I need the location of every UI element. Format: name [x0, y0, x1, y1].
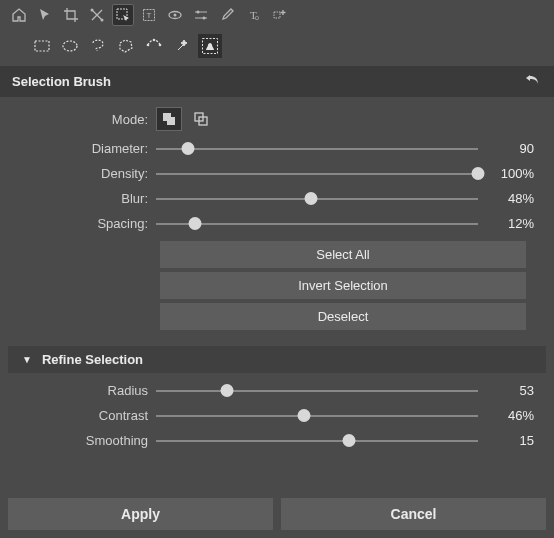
text-tool-icon[interactable]: T [138, 4, 160, 26]
selection-brush-icon[interactable] [198, 34, 222, 58]
pointer-icon[interactable] [34, 4, 56, 26]
svg-text:T: T [147, 11, 152, 20]
density-value[interactable]: 100% [488, 166, 534, 181]
diameter-value[interactable]: 90 [488, 141, 534, 156]
radius-slider[interactable] [156, 388, 478, 394]
spacing-slider[interactable] [156, 221, 478, 227]
refine-title: Refine Selection [42, 352, 143, 367]
apply-button[interactable]: Apply [8, 498, 273, 530]
text-icon[interactable]: To [242, 4, 264, 26]
svg-point-16 [159, 44, 162, 47]
diameter-label: Diameter: [0, 141, 156, 156]
svg-point-1 [101, 19, 104, 22]
undo-icon[interactable] [524, 72, 542, 91]
refine-settings: Radius 53 Contrast 46% Smoothing 15 [0, 383, 554, 464]
adjustments-icon[interactable] [190, 4, 212, 26]
magnetic-select-icon[interactable] [142, 34, 166, 58]
home-icon[interactable] [8, 4, 30, 26]
eyedropper-icon[interactable] [216, 4, 238, 26]
transform-icon[interactable] [86, 4, 108, 26]
tools-toolbar: T To [0, 0, 554, 30]
svg-rect-12 [35, 41, 49, 51]
lasso-select-icon[interactable] [86, 34, 110, 58]
radius-label: Radius [0, 383, 156, 398]
deselect-button[interactable]: Deselect [160, 303, 526, 330]
contrast-slider[interactable] [156, 413, 478, 419]
mode-label: Mode: [0, 112, 156, 127]
spacing-value[interactable]: 12% [488, 216, 534, 231]
svg-point-0 [91, 9, 94, 12]
cancel-button[interactable]: Cancel [281, 498, 546, 530]
svg-text:o: o [255, 14, 259, 21]
svg-point-7 [197, 11, 200, 14]
add-tool-icon[interactable] [268, 4, 290, 26]
polygon-select-icon[interactable] [114, 34, 138, 58]
refine-section-header[interactable]: ▼ Refine Selection [8, 346, 546, 373]
contrast-value[interactable]: 46% [488, 408, 534, 423]
svg-rect-11 [274, 12, 280, 18]
panel-title: Selection Brush [12, 74, 111, 89]
selection-subtools [0, 30, 554, 66]
rect-select-icon[interactable] [30, 34, 54, 58]
mode-add-button[interactable] [156, 107, 182, 131]
spacing-label: Spacing: [0, 216, 156, 231]
blur-label: Blur: [0, 191, 156, 206]
smoothing-slider[interactable] [156, 438, 478, 444]
radius-value[interactable]: 53 [488, 383, 534, 398]
crop-icon[interactable] [60, 4, 82, 26]
invert-selection-button[interactable]: Invert Selection [160, 272, 526, 299]
visibility-icon[interactable] [164, 4, 186, 26]
mode-subtract-button[interactable] [188, 107, 214, 131]
contrast-label: Contrast [0, 408, 156, 423]
svg-point-13 [63, 41, 77, 51]
blur-slider[interactable] [156, 196, 478, 202]
ellipse-select-icon[interactable] [58, 34, 82, 58]
diameter-slider[interactable] [156, 146, 478, 152]
panel-header: Selection Brush [0, 66, 554, 97]
svg-point-14 [147, 44, 150, 47]
selection-brush-tool-icon[interactable] [112, 4, 134, 26]
svg-rect-19 [167, 117, 175, 125]
svg-point-15 [153, 39, 156, 42]
svg-point-8 [203, 17, 206, 20]
svg-point-6 [174, 14, 177, 17]
smoothing-label: Smoothing [0, 433, 156, 448]
brush-settings: Mode: Diameter: 90 Density: 100% Blur: 4… [0, 97, 554, 340]
magic-wand-icon[interactable] [170, 34, 194, 58]
bottom-bar: Apply Cancel [0, 490, 554, 538]
smoothing-value[interactable]: 15 [488, 433, 534, 448]
chevron-down-icon: ▼ [22, 354, 32, 365]
density-label: Density: [0, 166, 156, 181]
blur-value[interactable]: 48% [488, 191, 534, 206]
select-all-button[interactable]: Select All [160, 241, 526, 268]
density-slider[interactable] [156, 171, 478, 177]
